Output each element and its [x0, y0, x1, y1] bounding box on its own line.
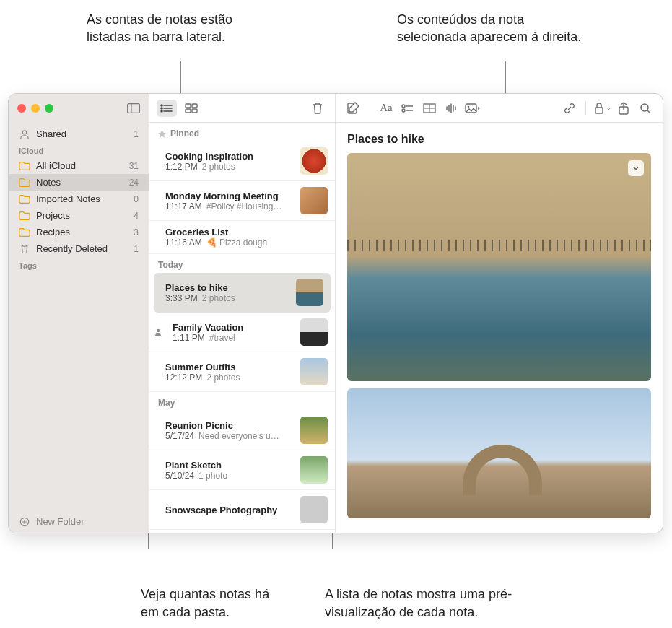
note-item-title: Reunion Picnic: [165, 420, 293, 431]
notes-list[interactable]: Pinned Cooking Inspiration 1:12 PM2 phot…: [149, 123, 335, 533]
sidebar-item-shared[interactable]: Shared 1: [9, 126, 149, 142]
note-item-title: Snowscape Photography: [165, 505, 293, 515]
sidebar-folder-item[interactable]: All iCloud 31: [9, 157, 149, 174]
table-button[interactable]: [419, 100, 440, 117]
svg-point-18: [402, 105, 405, 108]
sidebar-item-label: Shared: [36, 128, 66, 139]
sidebar-item-label: Recipes: [36, 227, 70, 237]
photo-detail: [463, 445, 542, 495]
traffic-light-zoom[interactable]: [45, 104, 53, 113]
section-label: Today: [158, 260, 183, 270]
section-label: May: [158, 398, 175, 408]
note-attachment-photo[interactable]: [347, 153, 651, 381]
callout-preview: A lista de notas mostra uma pré-visualiz…: [325, 585, 527, 621]
note-list-item[interactable]: Snowscape Photography: [149, 490, 335, 530]
sidebar-section-tags[interactable]: Tags: [9, 257, 149, 272]
note-title: Places to hike: [347, 133, 651, 146]
note-item-preview: #Policy #Housing…: [206, 201, 282, 211]
sidebar-item-count: 1: [134, 244, 139, 254]
note-thumbnail: [300, 318, 328, 346]
note-list-item[interactable]: Monday Morning Meeting 11:17 AM#Policy #…: [149, 181, 335, 221]
note-list-item[interactable]: Groceries List 11:16 AM🍕 Pizza dough: [149, 221, 335, 254]
share-button[interactable]: [614, 100, 634, 117]
format-button[interactable]: Aa: [376, 100, 396, 117]
note-item-preview: Need everyone's u…: [198, 431, 279, 441]
traffic-light-minimize[interactable]: [31, 104, 40, 113]
note-attachment-photo[interactable]: [347, 388, 651, 518]
link-button[interactable]: [559, 100, 580, 117]
note-item-time: 11:16 AM: [165, 237, 202, 248]
checklist-button[interactable]: [398, 100, 418, 117]
note-list-item[interactable]: Plant Sketch 5/10/241 photo: [149, 450, 335, 490]
sidebar-folder-item[interactable]: Recipes 3: [9, 224, 149, 240]
note-thumbnail: [300, 147, 328, 175]
traffic-light-close[interactable]: [17, 104, 26, 113]
lock-button[interactable]: ⌵: [592, 100, 612, 117]
view-gallery-button[interactable]: [181, 100, 201, 117]
view-list-button[interactable]: [157, 100, 177, 117]
toggle-sidebar-icon[interactable]: [127, 103, 140, 113]
callout-counts: Veja quantas notas há em cada pasta.: [141, 585, 271, 621]
window-titlebar: [9, 94, 149, 123]
notes-list-pane: Pinned Cooking Inspiration 1:12 PM2 phot…: [149, 94, 336, 533]
note-list-item[interactable]: Cooking Inspiration 1:12 PM2 photos: [149, 141, 335, 181]
note-list-item[interactable]: Family Vacation 1:11 PM#travel: [149, 313, 335, 352]
sidebar-folder-item[interactable]: Notes 24: [9, 174, 149, 191]
note-item-preview: 2 photos: [202, 162, 235, 172]
note-item-title: Cooking Inspiration: [165, 151, 293, 162]
sidebar-folder-item[interactable]: Imported Notes 0: [9, 191, 149, 207]
svg-point-16: [157, 329, 160, 332]
section-label: Pinned: [170, 128, 199, 139]
sidebar-folder-item[interactable]: Recently Deleted 1: [9, 240, 149, 257]
note-thumbnail: [300, 456, 328, 484]
svg-rect-12: [186, 104, 191, 108]
note-item-title: Summer Outfits: [165, 362, 293, 372]
notes-app-window: Shared 1 iCloud All iCloud 31 Notes 24 I…: [9, 94, 663, 533]
audio-button[interactable]: [441, 100, 461, 117]
sidebar-item-count: 0: [134, 194, 139, 204]
sidebar-item-count: 4: [134, 211, 139, 221]
note-item-title: Plant Sketch: [165, 460, 293, 471]
compose-button[interactable]: [343, 100, 363, 117]
sidebar-content: Shared 1 iCloud All iCloud 31 Notes 24 I…: [9, 123, 149, 510]
svg-point-34: [641, 104, 648, 111]
note-list-item[interactable]: Places to hike 3:33 PM2 photos: [154, 273, 331, 313]
folder-icon: [19, 211, 30, 221]
note-item-time: 5/10/24: [165, 471, 194, 481]
media-button[interactable]: [463, 100, 483, 117]
svg-point-20: [402, 109, 405, 112]
sidebar-item-label: Imported Notes: [36, 193, 100, 204]
note-thumbnail: [296, 279, 323, 306]
note-body[interactable]: Places to hike: [336, 123, 663, 533]
sidebar-item-count: 24: [129, 178, 139, 188]
content-toolbar: Aa ⌵: [336, 94, 663, 123]
note-item-preview: 2 photos: [206, 372, 240, 383]
note-list-item[interactable]: Summer Outfits 12:12 PM2 photos: [149, 352, 335, 392]
note-item-title: Places to hike: [165, 282, 289, 293]
note-item-title: Monday Morning Meeting: [165, 191, 293, 201]
sidebar-folder-item[interactable]: Projects 4: [9, 207, 149, 224]
note-thumbnail: [300, 358, 328, 385]
note-thumbnail: [300, 417, 328, 444]
note-item-title: Groceries List: [165, 227, 328, 237]
new-folder-label: New Folder: [36, 516, 84, 527]
note-content-pane: Aa ⌵: [336, 94, 663, 533]
svg-point-9: [161, 105, 162, 106]
note-item-preview: #travel: [209, 333, 235, 343]
folder-icon: [19, 194, 30, 204]
new-folder-button[interactable]: New Folder: [9, 510, 149, 533]
search-button[interactable]: [635, 100, 655, 117]
sidebar-item-label: Projects: [36, 210, 70, 221]
shared-icon: [19, 129, 30, 139]
svg-line-35: [647, 110, 650, 113]
note-item-time: 12:12 PM: [165, 372, 202, 383]
attachment-menu-icon[interactable]: [628, 160, 644, 176]
photo-detail: [347, 240, 651, 251]
sidebar-item-label: Notes: [36, 177, 61, 188]
sidebar-section-icloud[interactable]: iCloud: [9, 142, 149, 157]
sidebar-item-count: 3: [134, 227, 139, 237]
delete-note-button[interactable]: [307, 100, 328, 117]
note-list-item[interactable]: Reunion Picnic 5/17/24Need everyone's u…: [149, 411, 335, 450]
note-item-title: Family Vacation: [173, 322, 293, 333]
folder-icon: [19, 178, 30, 188]
